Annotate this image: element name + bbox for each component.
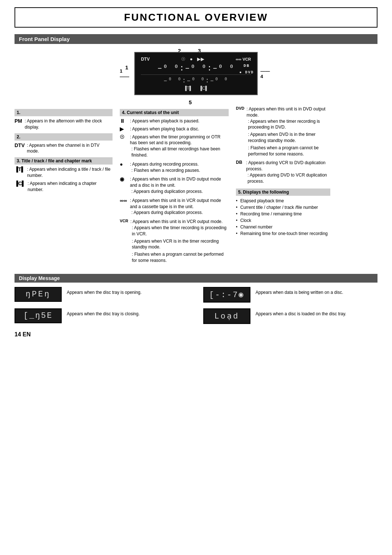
timer-icon: ☉ [181, 56, 185, 62]
msg-display-write: [-:-7◉ [203, 287, 250, 303]
db-sym: DB [236, 160, 244, 165]
timer-desc: : Appears when the timer programming or … [130, 134, 229, 146]
oo-dup: : Appears during duplication process. [130, 210, 229, 216]
sec5-header: 5. Displays the following [236, 189, 330, 196]
pause-desc: : Appears when playback is paused. [130, 118, 199, 124]
num1-header: 1. [15, 109, 113, 116]
close-desc: Appears when the disc tray is closing. [67, 308, 140, 317]
dvd-standby-desc: : Appears when DVD is in the timer recor… [246, 131, 330, 144]
record-entry: ● : Appears during recording process. : … [120, 161, 229, 175]
open-display-text: ŋPEŋ [26, 290, 51, 299]
bullet-2: Current title / chapter / track /file nu… [236, 204, 330, 211]
dtv-entry: DTV : Appears when the channel is in DTV… [15, 142, 113, 155]
right-column: DVD : Appears when this unit is in DVD o… [236, 106, 330, 267]
num2-header: 2. [15, 133, 113, 141]
msg-item-close: [_ŋ5E Appears when the disc tray is clos… [15, 308, 189, 324]
main-digit-row: –⁰ ⁰:–⁰ ⁰:–⁰ ⁰ DB● DVD [141, 63, 251, 75]
oo-desc: : Appears when this unit is in VCR outpu… [130, 198, 229, 210]
left-column: 1. PM : Appears in the afternoon with th… [15, 106, 113, 267]
display-top-row: DTV ☉ ● ▶▶ ∞∞ VCR [141, 56, 251, 62]
oo-symbol: ∞∞ [236, 57, 242, 61]
t-icon: ▐T▌ [184, 86, 192, 91]
sec5-bullet-list: Elapsed playback time Current title / ch… [236, 198, 330, 237]
oo-entry: ∞∞ : Appears when this unit is in VCR ou… [120, 198, 229, 217]
c-icon-desc: : Appears when indicating a chapter numb… [28, 181, 113, 193]
play-icon: ▶ [120, 126, 128, 132]
bullet-1: Elapsed playback time [236, 198, 330, 204]
timer-flash: : Flashes when all timer recordings have… [130, 146, 229, 158]
page-number: 14 EN [15, 331, 30, 337]
db-dup2: : Appears during DVD to VCR duplication … [246, 172, 330, 185]
record-sym: ● [120, 161, 128, 167]
write-display-text: [-:-7◉ [209, 291, 244, 300]
dtv-indicator: DTV [141, 57, 150, 62]
timer-desc-block: : Appears when the timer programming or … [130, 134, 229, 159]
pm-key: PM [15, 118, 23, 124]
pm-desc: : Appears in the afternoon with the cloc… [25, 118, 113, 130]
db-entry: DB : Appears during VCR to DVD duplicati… [236, 160, 330, 185]
dvd-circle-sym: ◉ [120, 176, 128, 182]
timer-sym: ☉ [120, 134, 128, 140]
pm-entry: PM : Appears in the afternoon with the c… [15, 118, 113, 130]
display-diagram: 1 2 3 1 —— DTV ☉ ● ▶▶ ∞∞ VCR [91, 48, 301, 99]
display-message-section: Display Message ŋPEŋ Appears when the di… [15, 274, 377, 324]
msg-display-open: ŋPEŋ [15, 287, 62, 302]
dvd-circle-entry: ◉ : Appears when this unit is in DVD out… [120, 176, 229, 195]
vcr-standby: : Appears when VCR is in the timer recor… [130, 238, 229, 251]
middle-icons-row: ▐T▌ ▐C▌ [141, 86, 251, 91]
c-icon: ▐C▌ [199, 86, 208, 91]
dvd-right-entry: DVD : Appears when this unit is in DVD o… [236, 106, 330, 158]
display-panel: DTV ☉ ● ▶▶ ∞∞ VCR –⁰ ⁰:–⁰ ⁰:–⁰ ⁰ DB● DVD [134, 52, 257, 95]
dvd-right-sym: DVD [236, 106, 244, 110]
oo-sym: ∞∞ [120, 198, 128, 203]
bullet-4: Clock [236, 217, 330, 224]
dvd-circle-desc: : Appears when this unit is in DVD outpu… [130, 176, 229, 189]
msg-display-close: [_ŋ5E [15, 308, 62, 323]
dtv-key: DTV [15, 142, 25, 148]
page-title: FUNCTIONAL OVERVIEW [124, 12, 268, 23]
sec4-header: 4. Current status of the unit [120, 109, 229, 116]
dvd-flash-desc: : Flashes when a program cannot be perfo… [246, 145, 330, 157]
top-icons: ☉ ● ▶▶ [181, 56, 204, 62]
play-entry: ▶ : Appears when playing back a disc. [120, 126, 229, 132]
record-desc-block: : Appears during recording process. : Fl… [130, 161, 229, 175]
vcr-flash: : Flashes when a program cannot be perfo… [130, 251, 229, 264]
mid-column: 4. Current status of the unit ⏸ : Appear… [120, 106, 229, 267]
db-dup1: : Appears during VCR to DVD duplication … [246, 160, 330, 172]
right-side-labels: DB● DVD [240, 63, 254, 76]
timer-entry: ☉ : Appears when the timer programming o… [120, 134, 229, 159]
vcr-label: VCR [242, 57, 251, 61]
page-title-box: FUNCTIONAL OVERVIEW [15, 7, 377, 28]
write-desc: Appears when data is being written on a … [256, 287, 343, 296]
c-icon-sym: ▐C▌ [15, 181, 25, 186]
pause-entry: ⏸ : Appears when playback is paused. [120, 118, 229, 124]
page-number-row: 14 EN [15, 331, 377, 338]
vcr-sym: VCR [120, 219, 128, 223]
t-icon-sym: ▐T▌ [15, 166, 25, 172]
dvd-circle-desc-block: : Appears when this unit is in DVD outpu… [130, 176, 229, 195]
oo-desc-block: : Appears when this unit is in VCR outpu… [130, 198, 229, 217]
msg-grid: ŋPEŋ Appears when the disc tray is openi… [15, 287, 377, 324]
bullet-3: Recording time / remaining time [236, 211, 330, 217]
main-content-grid: 1. PM : Appears in the afternoon with th… [15, 106, 377, 267]
vcr-entry: VCR : Appears when this unit is in VCR o… [120, 219, 229, 265]
diagram-num-5: 5 [189, 99, 192, 105]
msg-item-write: [-:-7◉ Appears when data is being writte… [203, 287, 377, 303]
load-display-text: Loạd [215, 312, 240, 321]
load-desc: Appears when a disc is loaded on the dis… [256, 308, 346, 317]
page-container: FUNCTIONAL OVERVIEW Front Panel Display … [0, 0, 392, 349]
dtv-desc: : Appears when the channel is in DTV mod… [27, 142, 113, 155]
record-flash: : Flashes when a recording pauses. [130, 167, 229, 174]
right-arrow-4: —— 4 [261, 68, 272, 79]
msg-item-open: ŋPEŋ Appears when the disc tray is openi… [15, 287, 189, 303]
vcr-timer: : Appears when the timer recording is pr… [130, 225, 229, 237]
open-desc: Appears when the disc tray is opening. [67, 287, 142, 296]
dvd-circle-dup: : Appears during duplication process. [130, 189, 229, 195]
msg-item-load: Loạd Appears when a disc is loaded on th… [203, 308, 377, 324]
t-icon-entry: ▐T▌ : Appears when indicating a title / … [15, 166, 113, 179]
play-desc: : Appears when playing back a disc. [130, 126, 199, 132]
dvd-right-block: : Appears when this unit is in DVD outpu… [246, 106, 330, 158]
bullet-6: Remaining time for one-touch timer recor… [236, 230, 330, 237]
record-desc: : Appears during recording process. [130, 161, 229, 167]
c-icon-entry: ▐C▌ : Appears when indicating a chapter … [15, 181, 113, 193]
